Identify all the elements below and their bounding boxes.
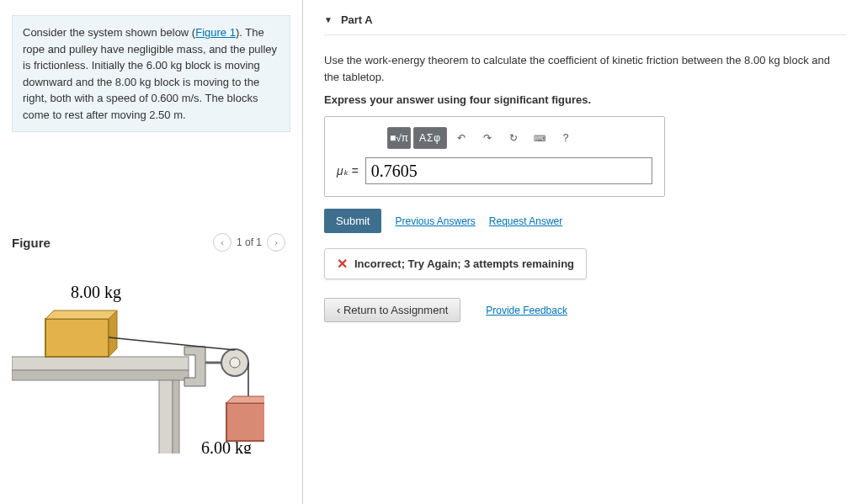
svg-point-6 — [230, 358, 240, 368]
toolbar-greek-button[interactable]: ΑΣφ — [413, 127, 447, 149]
incorrect-icon: ✕ — [337, 256, 348, 272]
figure-next-button[interactable]: › — [267, 233, 285, 252]
svg-rect-3 — [173, 380, 179, 454]
provide-feedback-link[interactable]: Provide Feedback — [486, 305, 567, 316]
toolbar-templates-button[interactable]: ■√π — [387, 127, 411, 149]
figure-prev-button[interactable]: ‹ — [213, 233, 231, 252]
return-label: Return to Assignment — [343, 304, 448, 316]
part-label: Part A — [341, 13, 373, 26]
problem-text-before: Consider the system shown below ( — [23, 26, 195, 39]
figure-title: Figure — [12, 236, 51, 250]
feedback-message: Incorrect; Try Again; 3 attempts remaini… — [354, 257, 574, 270]
mass-hanging-label: 6.00 kg — [201, 438, 252, 454]
answer-box: ■√π ΑΣφ ↶ ↷ ↻ ⌨ ? μₖ = — [324, 116, 665, 197]
answer-variable-label: μₖ = — [337, 164, 359, 178]
return-to-assignment-button[interactable]: ‹ Return to Assignment — [324, 298, 460, 322]
request-answer-link[interactable]: Request Answer — [489, 215, 562, 227]
svg-rect-7 — [45, 319, 109, 357]
instruction-text: Express your answer using four significa… — [324, 93, 847, 106]
question-text: Use the work-energy theorem to calculate… — [324, 52, 847, 85]
svg-rect-12 — [226, 403, 264, 441]
svg-rect-2 — [159, 380, 173, 454]
svg-marker-9 — [109, 310, 117, 357]
toolbar-keyboard-button[interactable]: ⌨ — [528, 127, 551, 149]
feedback-box: ✕ Incorrect; Try Again; 3 attempts remai… — [324, 248, 587, 279]
answer-input[interactable] — [365, 157, 652, 184]
problem-text-after: ). The rope and pulley have negligible m… — [23, 26, 277, 121]
svg-marker-13 — [226, 396, 264, 403]
part-collapse-caret[interactable]: ▼ — [324, 15, 333, 24]
toolbar-reset-button[interactable]: ↻ — [502, 127, 525, 149]
toolbar-undo-button[interactable]: ↶ — [450, 127, 473, 149]
problem-statement: Consider the system shown below (Figure … — [12, 15, 290, 132]
toolbar-help-button[interactable]: ? — [554, 127, 577, 149]
toolbar-redo-button[interactable]: ↷ — [476, 127, 499, 149]
svg-line-10 — [109, 337, 235, 350]
svg-rect-1 — [12, 370, 189, 380]
figure-pager-text: 1 of 1 — [237, 236, 262, 248]
previous-answers-link[interactable]: Previous Answers — [395, 215, 475, 227]
mass-top-label: 8.00 kg — [71, 283, 121, 302]
submit-button[interactable]: Submit — [324, 209, 381, 233]
figure-diagram: 8.00 kg 6.00 kg — [12, 260, 290, 456]
svg-marker-8 — [45, 310, 117, 319]
figure-link[interactable]: Figure 1 — [195, 26, 236, 39]
svg-rect-0 — [12, 357, 189, 370]
